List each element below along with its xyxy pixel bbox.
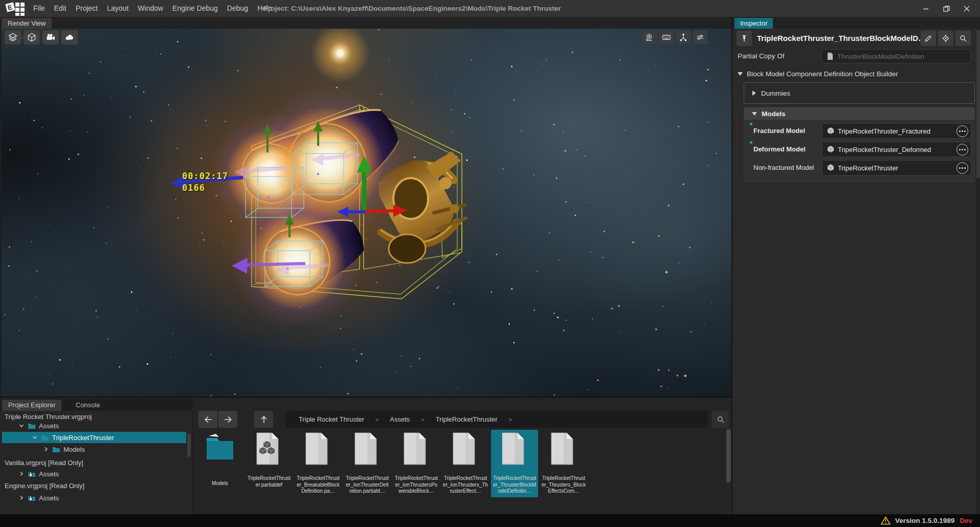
collapse-triangle-icon bbox=[738, 72, 743, 76]
render-scene bbox=[2, 29, 731, 397]
menu-window[interactable]: Window bbox=[133, 0, 168, 17]
model-reference-field[interactable]: TripeRocketThruster_Deformed bbox=[822, 142, 971, 157]
model-reference-value: TripeRocketThruster_Fractured bbox=[838, 127, 971, 135]
camera-button[interactable] bbox=[42, 30, 59, 45]
file-tile[interactable]: TripleRocketThruster_IonThrusterDefiniti… bbox=[344, 430, 391, 497]
breadcrumb-segment[interactable]: Assets bbox=[390, 415, 410, 423]
section-block-model-builder[interactable]: Block Model Component Definition Object … bbox=[738, 70, 898, 78]
tree-item-assets[interactable]: Assets bbox=[0, 469, 187, 478]
axis-gizmo-button[interactable] bbox=[676, 31, 691, 44]
inspector-panel: Inspector TripleRocketThruster_ThrusterB… bbox=[731, 17, 980, 514]
dev-channel-badge: Dev bbox=[960, 517, 972, 524]
menu-layout[interactable]: Layout bbox=[102, 0, 133, 17]
document-icon bbox=[302, 432, 335, 466]
back-button[interactable] bbox=[198, 411, 217, 428]
tab-console[interactable]: Console bbox=[70, 400, 106, 411]
menu-engine-debug[interactable]: Engine Debug bbox=[168, 0, 222, 17]
close-button[interactable] bbox=[956, 0, 977, 17]
file-tile-label: TripleRocketThruster_IonThrusters_Thrust… bbox=[443, 475, 488, 495]
chevron-right-icon[interactable] bbox=[18, 495, 25, 501]
chevron-down-icon[interactable] bbox=[32, 434, 38, 441]
tree-project-root[interactable]: Engine.vrgproj [Read Only] bbox=[0, 481, 187, 490]
tree-item-models[interactable]: Models bbox=[0, 445, 187, 454]
editor-window: E FileEditProjectLayoutWindowEngine Debu… bbox=[0, 0, 980, 527]
model-reference-field[interactable]: TripeRocketThruster bbox=[822, 160, 971, 175]
breadcrumb-segment[interactable]: Triple Rocket Thruster bbox=[299, 415, 364, 423]
ellipsis-button[interactable] bbox=[956, 162, 968, 174]
model-cube-icon bbox=[827, 127, 835, 135]
group-models-header[interactable]: Models bbox=[744, 107, 974, 120]
restore-button[interactable] bbox=[936, 0, 956, 17]
file-tile[interactable]: TripleRocketThruster_IonThrusters_Thrust… bbox=[442, 430, 489, 497]
partial-copy-of-value: ThrusterBlockModelDefinition bbox=[837, 53, 970, 60]
file-tile-folder[interactable]: Models bbox=[196, 430, 243, 497]
menu-edit[interactable]: Edit bbox=[50, 0, 71, 17]
file-tile[interactable]: TripleRocketThruster.partialdef bbox=[246, 430, 293, 497]
file-tile[interactable]: TripleRocketThruster_Thrusters_BlockEffe… bbox=[540, 430, 587, 497]
tab-project-explorer[interactable]: Project Explorer bbox=[2, 400, 61, 411]
tree-item-triplerocketthruster[interactable]: TripleRocketThruster bbox=[2, 432, 186, 443]
tree-item-assets[interactable]: Assets bbox=[0, 421, 187, 430]
project-tree-scrollbar[interactable] bbox=[187, 433, 191, 457]
ellipsis-button[interactable] bbox=[956, 125, 968, 137]
locked-folder-icon bbox=[28, 471, 36, 477]
document-icon bbox=[253, 432, 285, 466]
tab-render-view[interactable]: Render View bbox=[2, 18, 52, 29]
keyboard-shortcuts-button[interactable] bbox=[659, 31, 674, 44]
file-tile-label: TripleRocketThruster_Thrusters_BlockEffe… bbox=[541, 475, 586, 495]
file-tile[interactable]: TripleRocketThruster_BreakableBlockDefin… bbox=[295, 430, 342, 497]
bounding-box-button[interactable] bbox=[24, 30, 40, 45]
edit-icon[interactable] bbox=[921, 31, 936, 46]
model-row-non-fractured-model: Non-fractured ModelTripeRocketThruster bbox=[744, 160, 974, 175]
measure-button[interactable] bbox=[642, 31, 657, 44]
file-tile-label: TripleRocketThruster_IonThrusterDefiniti… bbox=[345, 475, 390, 495]
file-grid-scrollbar[interactable] bbox=[726, 428, 731, 514]
inspector-search-icon[interactable] bbox=[955, 31, 971, 46]
partial-copy-of-field[interactable]: ThrusterBlockModelDefinition bbox=[821, 49, 971, 63]
models-label: Models bbox=[762, 110, 786, 118]
tree-project-root[interactable]: Triple Rocket Thruster.vrgproj bbox=[0, 412, 187, 421]
up-button[interactable] bbox=[254, 411, 273, 428]
tab-inspector[interactable]: Inspector bbox=[734, 18, 773, 29]
menu-project[interactable]: Project bbox=[71, 0, 103, 17]
expand-triangle-icon bbox=[752, 91, 756, 96]
tree-item-assets[interactable]: Assets bbox=[0, 493, 187, 502]
viewport-canvas[interactable]: 00:02:17 0166 bbox=[2, 29, 731, 397]
viewport-tabstrip: Render View bbox=[2, 17, 731, 29]
tree-item-label: Triple Rocket Thruster.vrgproj bbox=[5, 413, 92, 421]
section-header-label: Block Model Component Definition Object … bbox=[747, 70, 898, 78]
model-cube-icon bbox=[827, 145, 835, 153]
window-controls bbox=[916, 0, 977, 17]
environment-cloud-button[interactable] bbox=[61, 30, 78, 45]
file-tile[interactable]: TripleRocketThruster_IonThrustersPowerab… bbox=[393, 430, 440, 497]
search-button[interactable] bbox=[712, 411, 729, 428]
menu-file[interactable]: File bbox=[29, 0, 50, 17]
chevron-right-icon[interactable] bbox=[43, 446, 49, 452]
document-icon bbox=[498, 432, 531, 466]
forward-button[interactable] bbox=[218, 411, 237, 428]
chevron-down-icon[interactable] bbox=[18, 423, 25, 429]
minimize-button[interactable] bbox=[916, 0, 936, 17]
locate-icon[interactable] bbox=[938, 31, 953, 46]
warning-icon[interactable] bbox=[881, 516, 890, 525]
view-settings-button[interactable] bbox=[693, 31, 707, 44]
collapse-triangle-icon bbox=[752, 112, 757, 116]
version-label: Version 1.5.0.1989 bbox=[895, 517, 954, 524]
file-tile-label: TripleRocketThruster_IonThrustersPowerab… bbox=[394, 475, 439, 495]
model-reference-field[interactable]: TripeRocketThruster_Fractured bbox=[822, 123, 971, 139]
inspector-tabstrip: Inspector bbox=[732, 17, 980, 29]
menu-debug[interactable]: Debug bbox=[222, 0, 253, 17]
file-tile-label: TripleRocketThruster_ThrusterBlockModelD… bbox=[492, 475, 537, 495]
pin-icon[interactable] bbox=[737, 31, 752, 46]
tree-item-label: Assets bbox=[39, 422, 59, 430]
layers-button[interactable] bbox=[5, 30, 21, 45]
menu-bar: FileEditProjectLayoutWindowEngine DebugD… bbox=[29, 0, 277, 17]
breadcrumb-segment[interactable]: TripleRocketThruster bbox=[436, 415, 498, 423]
chevron-right-icon[interactable] bbox=[18, 471, 25, 477]
group-dummies[interactable]: Dummies bbox=[744, 82, 975, 104]
inspector-scrollbar[interactable] bbox=[976, 29, 980, 514]
tree-project-root[interactable]: Vanilla.vrgproj [Read Only] bbox=[0, 458, 187, 467]
file-tile[interactable]: TripleRocketThruster_ThrusterBlockModelD… bbox=[491, 430, 538, 497]
ellipsis-button[interactable] bbox=[956, 144, 968, 156]
file-tile-label: TripleRocketThruster_BreakableBlockDefin… bbox=[296, 475, 341, 495]
